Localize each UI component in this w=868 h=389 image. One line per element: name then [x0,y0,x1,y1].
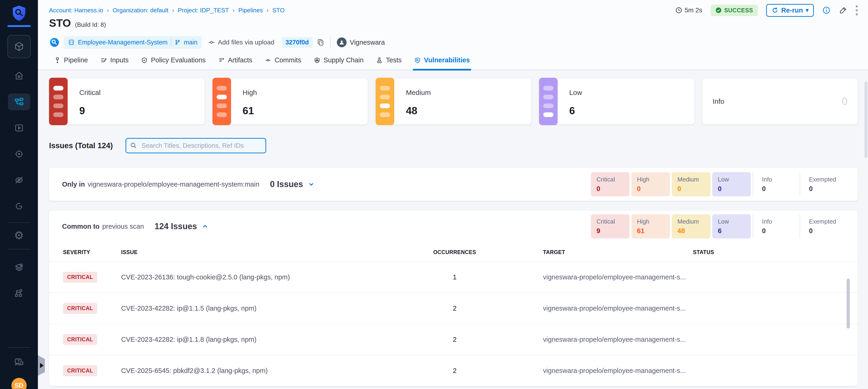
tab-supply-chain[interactable]: Supply Chain [314,56,364,70]
sidebar-item-settings[interactable]: ⚙ [14,230,24,241]
execution-tabs: Pipeline Inputs Policy Evaluations Artif… [38,56,868,70]
breadcrumb-link-account[interactable]: Account: Harness.io [49,7,103,14]
summary-card-info[interactable]: Info 0 [702,78,858,124]
severity-count-badges: Critical0 High0 Medium0 Low0 Info0 Exemp… [589,172,845,196]
card-count: 61 [243,105,254,116]
section-prefix: Only in [62,180,85,188]
cube-icon [14,41,24,52]
summary-card-medium[interactable]: Medium 48 [376,78,531,124]
build-id-label: (Build Id: 8) [75,21,106,28]
commit-icon [208,39,215,46]
module-selector-button[interactable] [7,35,31,58]
card-count: 9 [79,105,85,116]
commit-info-bar: Employee-Management-System main Add file… [38,36,868,49]
issue-row[interactable]: CRITICAL CVE-2025-6545: pbkdf2@3.1.2 (la… [49,355,858,386]
tab-inputs[interactable]: Inputs [100,56,129,70]
occurrences-count: 2 [420,367,490,374]
tab-label: Inputs [110,56,129,64]
kebab-menu-icon[interactable] [856,5,858,16]
pipeline-icon [54,57,61,63]
summary-card-critical[interactable]: Critical 9 [49,78,205,124]
sidebar-item-help[interactable]: ? [8,354,30,371]
commit-author: Vigneswara [337,37,385,47]
issues-table-header: SEVERITY ISSUE OCCURRENCES TARGET STATUS [49,243,858,261]
status-badge: SUCCESS [711,5,757,16]
sidebar-item-default-settings[interactable] [8,259,30,275]
card-label: High [243,89,257,96]
col-issue: ISSUE [121,249,420,255]
tab-vulnerabilities[interactable]: Vulnerabilities [414,56,470,70]
issues-total-heading: Issues (Total 124) [49,141,113,150]
card-label: Critical [79,89,101,96]
issue-title: CVE-2023-42282: ip@1.1.5 (lang-pkgs, npm… [121,305,420,312]
pipelines-icon [14,97,24,107]
info-icon[interactable] [822,6,831,15]
breadcrumb-separator: › [233,7,235,14]
summary-card-low[interactable]: Low 6 [539,78,694,124]
badge-critical: Critical9 [591,214,629,239]
divider [330,36,331,49]
layers-gear-icon [14,262,24,272]
breadcrumb-link-pipeline-name[interactable]: STO [272,7,284,14]
commit-sha[interactable]: 3270f0d [282,37,313,48]
rerun-label: Re-run [781,6,803,14]
chevron-up-icon[interactable] [202,223,209,230]
tab-artifacts[interactable]: Artifacts [218,56,252,70]
issue-row[interactable]: CRITICAL CVE-2023-26136: tough-cookie@2.… [49,261,858,293]
rerun-button[interactable]: Re-run ▾ [766,4,814,17]
success-check-icon [715,7,722,13]
duration-text: 5m 2s [685,6,702,14]
section-issue-count: 124 Issues [155,221,197,231]
tab-pipeline[interactable]: Pipeline [54,56,88,70]
search-input[interactable] [126,138,266,153]
sidebar-item-pipelines[interactable] [8,93,30,110]
tab-policy-evaluations[interactable]: Policy Evaluations [141,56,206,70]
issue-title: CVE-2025-6545: pbkdf2@3.1.2 (lang-pkgs, … [121,367,420,374]
col-severity: SEVERITY [63,249,121,255]
list-plus-icon [218,57,225,63]
sidebar-divider [8,222,30,223]
commit-icon [265,57,271,63]
flask-icon [376,57,383,63]
sidebar-item-targets[interactable] [8,146,30,162]
sidebar-item-executions[interactable] [8,119,30,136]
page-scrollbar-thumb[interactable] [865,81,868,158]
chevron-down-icon[interactable] [308,181,315,188]
edit-pencil-icon[interactable] [839,6,847,15]
severity-chip: CRITICAL [63,272,97,283]
breadcrumb-link-project[interactable]: Project: IDP_TEST [178,7,229,14]
sidebar-item-exemptions[interactable] [8,172,30,189]
tab-tests[interactable]: Tests [376,56,402,70]
badge-high: High0 [631,172,670,196]
target-name: vigneswara-propelo/employee-management-s… [543,305,693,312]
badge-high: High61 [631,214,670,239]
caret-down-icon[interactable]: ▾ [806,7,808,13]
issue-row[interactable]: CRITICAL CVE-2023-42282: ip@1.1.8 (lang-… [49,324,858,355]
breadcrumb-link-pipelines[interactable]: Pipelines [238,7,263,14]
low-bar-icon [539,78,558,125]
person-icon [338,39,345,46]
user-avatar[interactable]: SD [11,378,27,389]
commit-message: Add files via upload [218,38,274,46]
repo-branch-pill[interactable]: Employee-Management-System main [64,36,202,49]
breadcrumb-link-organization[interactable]: Organization: default [113,7,168,14]
sidebar-item-home[interactable] [8,67,30,84]
tab-commits[interactable]: Commits [265,56,301,70]
target-name: vigneswara-propelo/employee-management-s… [543,367,693,374]
sidebar-item-organization-settings[interactable] [8,285,30,302]
sidebar-item-getting-started[interactable] [8,198,30,215]
card-label: Low [569,89,582,96]
severity-count-badges: Critical9 High61 Medium48 Low6 Info0 Exe… [589,214,845,239]
repo-name[interactable]: Employee-Management-System [78,39,167,46]
branch-name[interactable]: main [184,39,197,46]
list-scrollbar-thumb[interactable] [847,278,850,329]
occurrences-count: 2 [420,305,490,312]
search-icon [130,142,137,149]
badge-critical: Critical0 [591,172,629,196]
tab-label: Commits [275,56,301,64]
summary-card-high[interactable]: High 61 [213,78,368,124]
copy-icon[interactable] [317,38,324,46]
critical-bar-icon [49,78,68,125]
section-scope: previous scan [102,223,144,230]
issue-row[interactable]: CRITICAL CVE-2023-42282: ip@1.1.5 (lang-… [49,293,858,324]
